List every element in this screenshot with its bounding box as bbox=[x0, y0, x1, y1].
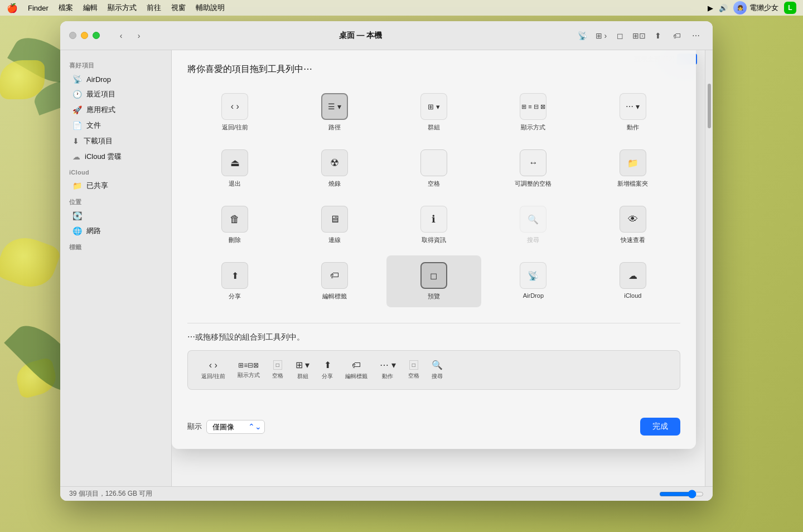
preset-tags-label: 編輯標籤 bbox=[345, 373, 367, 380]
connect-label: 連線 bbox=[328, 236, 341, 244]
more-icon[interactable]: ⋯ bbox=[688, 28, 704, 43]
maximize-button[interactable] bbox=[93, 32, 100, 39]
preset-group[interactable]: ⊞ ▾ 群組 bbox=[291, 357, 314, 383]
edit-tags-icon: 🏷 bbox=[330, 270, 339, 280]
icloud-tool-icon-box: ☁ bbox=[620, 262, 646, 289]
sidebar-item-apps[interactable]: 🚀 應用程式 bbox=[64, 102, 168, 118]
preset-toolbar[interactable]: ‹ › 返回/往前 ⊞≡⊟⊠ 顯示方式 □ 空格 ⊞ ▾ 群組 bbox=[187, 350, 680, 390]
preset-share[interactable]: ⬆ 分享 bbox=[317, 357, 337, 383]
back-forward-icon-box: ‹ › bbox=[221, 93, 248, 120]
status-text: 39 個項目，126.56 GB 可用 bbox=[69, 489, 152, 499]
display-label: 顯示 bbox=[187, 422, 202, 432]
nav-buttons: ‹ › bbox=[113, 28, 147, 43]
minimize-button[interactable] bbox=[81, 32, 88, 39]
tool-share[interactable]: ⬆ 分享 bbox=[187, 255, 282, 307]
tool-get-info[interactable]: ℹ 取得資訊 bbox=[386, 199, 481, 251]
preset-space1[interactable]: □ 空格 bbox=[268, 358, 288, 382]
title-bar: ‹ › 桌面 — 本機 📡 ⊞ › ◻ ⊞⊡ ⬆ 🏷 ⋯ bbox=[60, 21, 713, 50]
preset-view-mode[interactable]: ⊞≡⊟⊠ 顯示方式 bbox=[233, 359, 264, 381]
toolbar-actions: 📡 ⊞ › ◻ ⊞⊡ ⬆ 🏷 ⋯ bbox=[574, 28, 704, 43]
finder-body: 喜好項目 📡 AirDrop 🕐 最近項目 🚀 應用程式 📄 文件 ⬇ 下載項目 bbox=[60, 50, 713, 486]
menu-file[interactable]: 檔案 bbox=[59, 3, 73, 13]
sidebar-item-network-label: 網路 bbox=[86, 226, 101, 236]
action-label: 動作 bbox=[627, 123, 639, 132]
tool-search[interactable]: 🔍 搜尋 bbox=[486, 199, 581, 251]
tool-icloud[interactable]: ☁ iCloud bbox=[586, 255, 680, 307]
volume-icon[interactable]: 🔊 bbox=[719, 4, 728, 12]
icloud-tool-icon: ☁ bbox=[628, 270, 637, 281]
tool-group[interactable]: ⊞ ▾ 群組 bbox=[386, 86, 481, 138]
airdrop-icon[interactable]: 📡 bbox=[574, 28, 590, 43]
get-info-icon: ℹ bbox=[432, 213, 436, 225]
tool-burn[interactable]: ☢ 燒錄 bbox=[287, 143, 381, 195]
tool-flexible-space[interactable]: ↔ 可調整的空格 bbox=[486, 143, 581, 195]
space-label: 空格 bbox=[428, 180, 440, 188]
sidebar-item-downloads[interactable]: ⬇ 下載項目 bbox=[64, 133, 168, 149]
tool-space[interactable]: 空格 bbox=[386, 143, 481, 195]
tool-view-mode[interactable]: ⊞ ≡ ⊟ ⊠ 顯示方式 bbox=[486, 86, 581, 138]
preset-search-label: 搜尋 bbox=[432, 373, 443, 380]
tool-back-forward[interactable]: ‹ › 返回/往前 bbox=[187, 86, 282, 138]
preset-space2[interactable]: □ 空格 bbox=[404, 358, 424, 382]
preset-back-forward[interactable]: ‹ › 返回/往前 bbox=[197, 358, 230, 383]
sidebar-item-docs[interactable]: 📄 文件 bbox=[64, 118, 168, 133]
done-button[interactable]: 完成 bbox=[640, 418, 680, 436]
menu-go[interactable]: 前往 bbox=[147, 3, 161, 13]
preset-search[interactable]: 🔍 搜尋 bbox=[427, 357, 447, 383]
sidebar-item-downloads-label: 下載項目 bbox=[84, 136, 113, 146]
play-icon[interactable]: ▶ bbox=[708, 4, 713, 12]
tool-delete[interactable]: 🗑 刪除 bbox=[187, 199, 282, 251]
tool-new-folder[interactable]: 📁 新增檔案夾 bbox=[586, 143, 680, 195]
sidebar-item-disk[interactable]: 💽 bbox=[64, 209, 168, 223]
airdrop-sidebar-icon: 📡 bbox=[72, 75, 82, 84]
menu-window[interactable]: 視窗 bbox=[171, 3, 186, 13]
display-select[interactable]: 僅圖像 圖像及文字 僅文字 bbox=[206, 420, 265, 434]
avatar-name: 電獺少女 bbox=[749, 3, 778, 13]
view-toggle-icon[interactable]: ⊞ › bbox=[593, 28, 609, 43]
display-select-wrapper[interactable]: 僅圖像 圖像及文字 僅文字 ⌃⌄ bbox=[206, 420, 265, 434]
tag-icon[interactable]: 🏷 bbox=[669, 28, 685, 43]
tool-connect[interactable]: 🖥 連線 bbox=[287, 199, 381, 251]
path-icon-box: ☰ ▾ bbox=[321, 93, 348, 120]
close-button[interactable] bbox=[69, 32, 76, 39]
tool-edit-tags[interactable]: 🏷 編輯標籤 bbox=[287, 255, 381, 307]
new-folder-icon: 📁 bbox=[627, 158, 638, 168]
menu-view[interactable]: 顯示方式 bbox=[108, 3, 137, 13]
group-icon[interactable]: ⊞⊡ bbox=[631, 28, 647, 43]
share-icon[interactable]: ⬆ bbox=[650, 28, 666, 43]
zoom-slider[interactable] bbox=[659, 490, 704, 499]
tool-quicklook[interactable]: 👁 快速查看 bbox=[586, 199, 680, 251]
tool-action[interactable]: ⋯ ▾ 動作 bbox=[586, 86, 680, 138]
doc-icon: 📄 bbox=[72, 121, 82, 130]
back-button[interactable]: ‹ bbox=[113, 28, 129, 43]
menu-edit[interactable]: 編輯 bbox=[83, 3, 98, 13]
airdrop-tool-icon: 📡 bbox=[528, 270, 539, 281]
sidebar-item-airdrop[interactable]: 📡 AirDrop bbox=[64, 72, 168, 86]
sidebar-item-recent[interactable]: 🕐 最近項目 bbox=[64, 86, 168, 102]
sidebar-item-shared-label: 已共享 bbox=[86, 181, 108, 191]
finder-window: ‹ › 桌面 — 本機 📡 ⊞ › ◻ ⊞⊡ ⬆ 🏷 ⋯ 喜好項目 📡 AirD… bbox=[60, 21, 713, 501]
quicklook-icon-box: 👁 bbox=[620, 206, 646, 233]
sidebar-item-network[interactable]: 🌐 網路 bbox=[64, 223, 168, 239]
preset-group-icon: ⊞ ▾ bbox=[296, 360, 309, 370]
path-icon: ☰ ▾ bbox=[328, 102, 341, 111]
line-icon[interactable]: L bbox=[784, 2, 796, 14]
tool-preview[interactable]: ◻ 預覽 bbox=[386, 255, 481, 307]
scrollbar-thumb[interactable] bbox=[708, 84, 711, 128]
view-sidebar-icon[interactable]: ◻ bbox=[612, 28, 628, 43]
tool-airdrop[interactable]: 📡 AirDrop bbox=[486, 255, 581, 307]
forward-button[interactable]: › bbox=[131, 28, 147, 43]
menu-help[interactable]: 輔助說明 bbox=[196, 3, 225, 13]
apple-menu[interactable]: 🍎 bbox=[7, 3, 18, 13]
download-icon: ⬇ bbox=[72, 137, 79, 146]
tool-path[interactable]: ☰ ▾ 路徑 bbox=[287, 86, 381, 138]
preset-action[interactable]: ⋯ ▾ 動作 bbox=[375, 357, 400, 383]
sidebar-item-shared[interactable]: 📁 已共享 bbox=[64, 178, 168, 194]
menu-finder[interactable]: Finder bbox=[28, 4, 49, 12]
preview-icon: ◻ bbox=[430, 270, 437, 281]
tool-eject[interactable]: ⏏ 退出 bbox=[187, 143, 282, 195]
preset-tags[interactable]: 🏷 編輯標籤 bbox=[341, 358, 372, 383]
sidebar-item-icloud-drive[interactable]: ☁ iCloud 雲碟 bbox=[64, 149, 168, 165]
action-icon-t: ⋯ ▾ bbox=[626, 102, 640, 111]
flexible-space-icon: ↔ bbox=[529, 158, 538, 168]
